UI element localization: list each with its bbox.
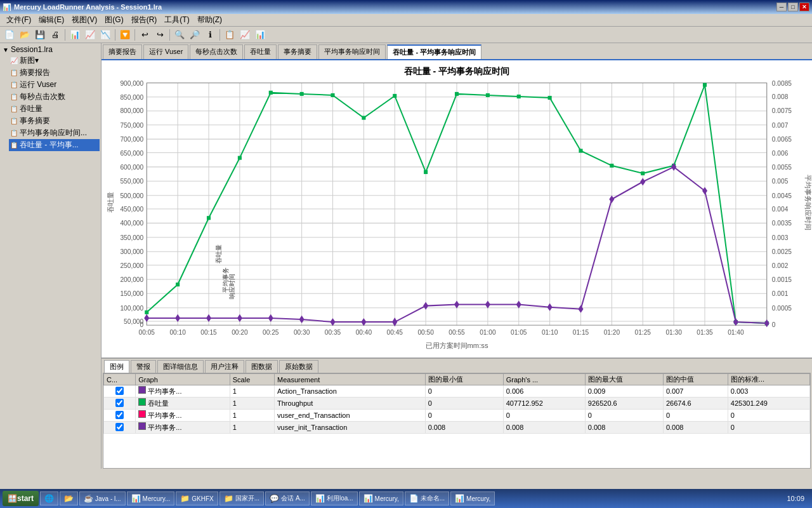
start-button[interactable]: 🪟 start <box>3 491 39 506</box>
undo-btn[interactable]: ↩ <box>138 28 152 42</box>
graph-btn2[interactable]: 📈 <box>238 28 252 42</box>
open-button[interactable]: 📂 <box>18 28 32 42</box>
graph-btn3[interactable]: 📊 <box>253 28 267 42</box>
menu-item[interactable]: 编辑(E) <box>35 14 68 26</box>
new-button[interactable]: 📄 <box>3 28 16 42</box>
svg-text:0.0085: 0.0085 <box>772 80 792 87</box>
legend-checkbox[interactable] <box>115 411 124 419</box>
legend-tab-user-notes[interactable]: 用户注释 <box>205 360 244 373</box>
tab-avg-response[interactable]: 平均事务响应时间 <box>318 44 386 59</box>
sidebar-item-hits[interactable]: 📋 每秒点击次数 <box>9 91 100 103</box>
tab-hits[interactable]: 每秒点击次数 <box>190 44 243 59</box>
col-check: C... <box>104 374 136 385</box>
taskbar-gkhfx[interactable]: 📁GKHFX <box>176 491 218 505</box>
taskbar-ie[interactable]: 🌐 <box>40 491 58 505</box>
legend-checkbox[interactable] <box>115 387 124 395</box>
taskbar-folder[interactable]: 📂 <box>60 491 78 505</box>
taskbar-time: 10:09 <box>782 495 809 502</box>
txn-icon: 📋 <box>10 117 18 124</box>
taskbar-java[interactable]: ☕Java - l... <box>79 491 126 505</box>
menu-item[interactable]: 报告(R) <box>128 14 161 26</box>
svg-text:01:25: 01:25 <box>635 329 652 336</box>
legend-checkbox[interactable] <box>115 399 124 407</box>
graph-btn1[interactable]: 📋 <box>223 28 237 42</box>
zoom2-btn[interactable]: 🔎 <box>188 28 202 42</box>
print-button[interactable]: 🖨 <box>48 28 62 42</box>
taskbar-unnamed[interactable]: 📄未命名... <box>405 491 449 505</box>
legend-tab-legend[interactable]: 图例 <box>104 360 129 373</box>
info-btn[interactable]: ℹ <box>203 28 217 42</box>
legend-tab-alerts[interactable]: 警报 <box>131 360 156 373</box>
filter-btn[interactable]: 🔽 <box>118 28 132 42</box>
tab-throughput[interactable]: 吞吐量 <box>244 44 277 59</box>
sidebar-item-avg-response[interactable]: 📋 平均事务响应时间... <box>9 127 100 139</box>
svg-text:平均事务响应时间: 平均事务响应时间 <box>804 175 812 231</box>
sidebar-item-throughput[interactable]: 📋 吞吐量 <box>9 103 100 115</box>
svg-text:00:10: 00:10 <box>169 329 186 336</box>
close-button[interactable]: ✕ <box>799 3 809 11</box>
svg-text:750,000: 750,000 <box>120 122 143 129</box>
hits-icon: 📋 <box>10 93 18 100</box>
legend-tab-graph-data[interactable]: 图数据 <box>246 360 278 373</box>
zoom-btn[interactable]: 🔍 <box>173 28 187 42</box>
legend-min: 0 <box>425 398 503 410</box>
menu-item[interactable]: 帮助(Z) <box>193 14 226 26</box>
svg-text:200,000: 200,000 <box>120 276 143 283</box>
legend-color-cell: 平均事务... <box>136 422 230 434</box>
legend-color-cell: 平均事务... <box>136 385 230 398</box>
chart-icon: 📈 <box>10 57 18 64</box>
sidebar-item-label: 新图▾ <box>20 55 39 66</box>
save-button[interactable]: 💾 <box>33 28 47 42</box>
svg-text:已用方案时间mm:ss: 已用方案时间mm:ss <box>426 342 488 349</box>
tp-point-7 <box>331 93 334 97</box>
sidebar-item-label: 摘要报告 <box>20 67 50 78</box>
minimize-button[interactable]: ─ <box>776 3 787 11</box>
svg-text:0.005: 0.005 <box>772 178 789 185</box>
menu-item[interactable]: 工具(T) <box>160 14 193 26</box>
sidebar-item-label: 平均事务响应时间... <box>20 128 87 138</box>
throughput-icon: 📋 <box>10 105 18 112</box>
sidebar-item-newchart[interactable]: 📈 新图▾ <box>9 55 100 67</box>
taskbar-mercury2[interactable]: 📊Mercury, <box>359 491 403 505</box>
legend-checkbox-cell[interactable] <box>104 398 136 410</box>
tab-summary[interactable]: 摘要报告 <box>103 44 142 59</box>
legend-checkbox-cell[interactable] <box>104 410 136 422</box>
legend-measurement: Throughput <box>275 398 426 410</box>
col-median: 图的中值 <box>663 374 728 385</box>
sidebar-root[interactable]: ▼ Session1.lra <box>1 44 100 55</box>
taskbar-load-label: 利用loa... <box>327 494 353 503</box>
taskbar-mercury2-label: Mercury, <box>375 495 399 502</box>
legend-checkbox-cell[interactable] <box>104 385 136 398</box>
chart-btn1[interactable]: 📊 <box>68 28 82 42</box>
redo-btn[interactable]: ↪ <box>153 28 167 42</box>
chart-btn3[interactable]: 📉 <box>98 28 112 42</box>
menu-item[interactable]: 文件(F) <box>3 14 35 26</box>
legend-tab-details[interactable]: 图详细信息 <box>157 360 204 373</box>
tab-throughput-avg[interactable]: 吞吐量 - 平均事务响应时间 <box>387 44 481 59</box>
sidebar-item-vuser[interactable]: 📋 运行 Vuser <box>9 79 100 91</box>
separator-1 <box>65 29 65 41</box>
svg-text:650,000: 650,000 <box>120 150 143 157</box>
taskbar-load[interactable]: 📊利用loa... <box>311 491 358 505</box>
legend-checkbox[interactable] <box>115 423 124 431</box>
taskbar-mercury1[interactable]: 📊Mercury... <box>127 491 175 505</box>
sidebar-item-summary[interactable]: 📋 摘要报告 <box>9 67 100 79</box>
menu-item[interactable]: 视图(V) <box>68 14 101 26</box>
svg-text:00:40: 00:40 <box>356 329 372 336</box>
menubar: 文件(F)编辑(E)视图(V)图(G)报告(R)工具(T)帮助(Z) <box>0 14 812 27</box>
taskbar-mercury3[interactable]: 📊Mercury, <box>450 491 495 505</box>
titlebar: 📊 Mercury LoadRunner Analysis - Session1… <box>0 0 812 14</box>
svg-text:吞吐量: 吞吐量 <box>107 192 114 213</box>
sidebar-item-throughput-avg[interactable]: 📋 吞吐量 - 平均事... <box>9 139 100 151</box>
tab-vuser[interactable]: 运行 Vuser <box>143 44 188 59</box>
taskbar-guojia[interactable]: 📁国家开... <box>219 491 264 505</box>
sidebar-item-transaction-summary[interactable]: 📋 事务摘要 <box>9 115 100 127</box>
taskbar-session[interactable]: 💬会话 A... <box>265 491 310 505</box>
legend-checkbox-cell[interactable] <box>104 422 136 434</box>
menu-item[interactable]: 图(G) <box>101 14 127 26</box>
tab-txn-summary[interactable]: 事务摘要 <box>278 44 317 59</box>
chart-btn2[interactable]: 📈 <box>83 28 97 42</box>
legend-tab-raw-data[interactable]: 原始数据 <box>279 360 318 373</box>
content-area: 摘要报告 运行 Vuser 每秒点击次数 吞吐量 事务摘要 平均事务响应时间 吞… <box>102 43 812 469</box>
maximize-button[interactable]: □ <box>788 3 798 11</box>
